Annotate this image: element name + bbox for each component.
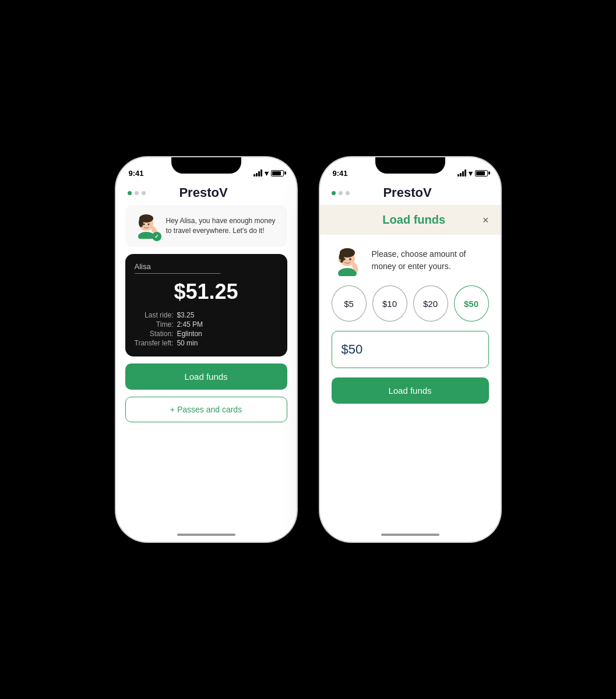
amount-option-5[interactable]: $5 <box>332 285 367 322</box>
battery-icon-2 <box>475 170 488 176</box>
dot-3 <box>142 191 146 195</box>
app-title-2: PrestoV <box>383 185 431 200</box>
balance-amount: $51.25 <box>135 280 278 304</box>
modal-info-text: Please, choose amount of money or enter … <box>372 248 489 273</box>
dot-1 <box>128 191 132 195</box>
signal-icon <box>254 170 262 176</box>
status-time-2: 9:41 <box>333 169 348 178</box>
passes-cards-button[interactable]: + Passes and cards <box>125 397 287 422</box>
app-header-1: PrestoV <box>116 183 297 205</box>
dot-2-2 <box>339 191 343 195</box>
svg-point-13 <box>349 258 351 260</box>
modal-header: Load funds × <box>320 205 501 235</box>
signal-icon-2 <box>457 170 466 176</box>
wifi-icon: ▾ <box>265 169 269 178</box>
battery-icon <box>271 170 284 176</box>
modal-title: Load funds <box>346 213 483 227</box>
home-indicator-2 <box>320 528 501 542</box>
home-bar-2 <box>381 534 439 536</box>
status-time-1: 9:41 <box>129 169 144 178</box>
time-label: Time: <box>135 320 174 329</box>
amount-option-20[interactable]: $20 <box>413 285 448 322</box>
home-bar-1 <box>177 534 235 536</box>
phone-2: 9:41 ▾ PrestoV Load funds × <box>320 157 501 542</box>
modal-body: Please, choose amount of money or enter … <box>320 235 501 528</box>
transfer-value: 50 min <box>177 339 277 347</box>
amount-input-value: $50 <box>342 342 363 356</box>
svg-point-14 <box>339 259 341 262</box>
last-ride-label: Last ride: <box>135 311 174 319</box>
status-icons-1: ▾ <box>254 169 284 178</box>
last-ride-value: $3.25 <box>177 311 277 319</box>
dot-2 <box>135 191 139 195</box>
svg-point-5 <box>143 224 145 225</box>
phone2-content: Load funds × Please, choose <box>320 205 501 528</box>
app-title-1: PrestoV <box>179 185 227 200</box>
svg-point-4 <box>139 218 143 227</box>
station-label: Station: <box>135 330 174 338</box>
close-button[interactable]: × <box>483 215 489 225</box>
wifi-icon-2: ▾ <box>469 169 473 178</box>
balance-card: Alisa $51.25 Last ride: $3.25 Time: 2:45… <box>125 254 287 356</box>
station-value: Eglinton <box>177 330 277 338</box>
avatar-container: ✓ <box>132 211 160 241</box>
phone-1: 9:41 ▾ PrestoV <box>116 157 297 542</box>
time-value: 2:45 PM <box>177 320 277 329</box>
load-funds-button-1[interactable]: Load funds <box>125 363 287 390</box>
amount-input[interactable]: $50 <box>332 331 489 368</box>
card-user-name: Alisa <box>135 262 221 274</box>
status-icons-2: ▾ <box>457 169 488 178</box>
dot-2-1 <box>332 191 336 195</box>
app-header-2: PrestoV <box>320 183 501 205</box>
phone-content-1: ✓ Hey Alisa, you have enough money to tr… <box>116 205 297 528</box>
notch-2 <box>375 157 445 174</box>
amount-option-50[interactable]: $50 <box>454 285 489 322</box>
notification-text: Hey Alisa, you have enough money to trav… <box>166 216 280 236</box>
notch <box>171 157 241 174</box>
svg-point-12 <box>343 258 346 260</box>
amount-options: $5 $10 $20 $50 <box>332 285 489 322</box>
menu-dots-1[interactable] <box>128 191 146 195</box>
home-indicator-1 <box>116 528 297 542</box>
modal-info: Please, choose amount of money or enter … <box>332 244 489 276</box>
load-funds-button-2[interactable]: Load funds <box>332 377 489 404</box>
amount-option-10[interactable]: $10 <box>372 285 407 322</box>
ride-info: Last ride: $3.25 Time: 2:45 PM Station: … <box>135 311 278 347</box>
modal-avatar-icon <box>332 244 364 276</box>
svg-point-6 <box>147 224 149 225</box>
menu-dots-2[interactable] <box>332 191 350 195</box>
notification-banner: ✓ Hey Alisa, you have enough money to tr… <box>125 205 287 247</box>
dot-2-3 <box>346 191 350 195</box>
transfer-label: Transfer left: <box>135 339 174 347</box>
check-badge: ✓ <box>152 232 161 241</box>
